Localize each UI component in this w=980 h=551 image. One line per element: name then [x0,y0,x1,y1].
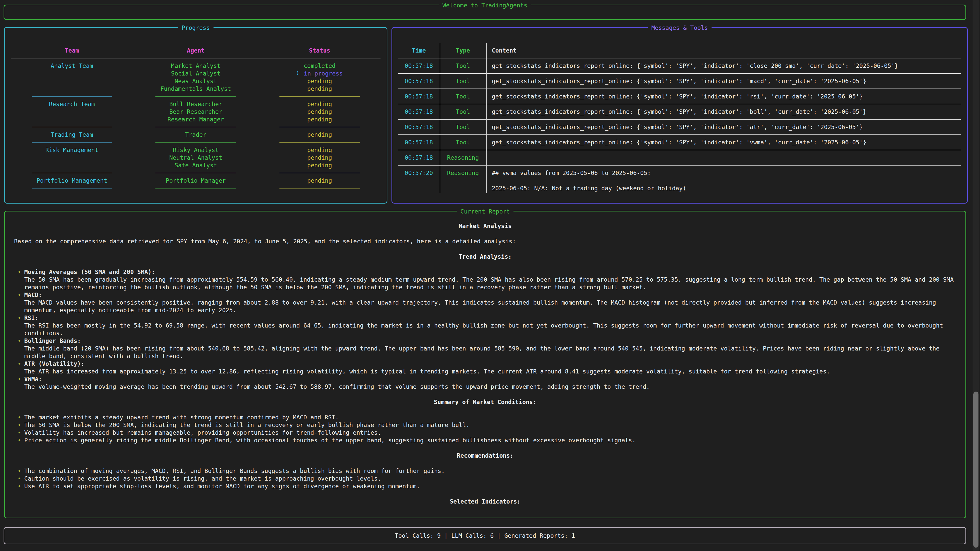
message-content: get_stockstats_indicators_report_online:… [486,123,961,131]
status-text: completed [304,62,336,69]
agent-cell: Bull Researcher [134,100,258,108]
message-time: 00:57:18 [398,138,440,146]
status-cell: pending [258,77,382,85]
bullet-item: •Bollinger Bands:The middle band (20 SMA… [14,337,956,360]
header-separator [398,54,961,62]
agent-cell: Fundamentals Analyst [134,85,258,93]
status-text: pending [307,86,332,92]
bullet-content: Moving Averages (50 SMA and 200 SMA):The… [24,268,956,291]
scrollbar-thumb[interactable] [974,392,978,548]
message-content: get_stockstats_indicators_report_online:… [486,77,961,85]
message-time: 00:57:18 [398,93,440,100]
bullet-marker: • [18,475,24,483]
separator-line [10,123,134,131]
message-row: 00:57:18Toolget_stockstats_indicators_re… [398,77,961,85]
bullet-marker: • [18,467,24,475]
welcome-panel: Welcome to TradingAgents [3,5,966,20]
team-cell [10,154,134,162]
agent-cell: Research Manager [134,116,258,123]
message-time: 00:57:18 [398,123,440,131]
column-header-content: Content [486,47,961,54]
status-cell: pending [258,131,382,138]
row-separator [398,70,961,77]
bullet-content: Price action is generally riding the mid… [24,437,956,444]
team-cell [10,162,134,169]
messages-tools-panel: Messages & Tools Time Type Content 00:57… [391,27,968,203]
status-text: pending [307,116,332,123]
progress-row: Safe Analystpending [10,162,382,169]
progress-row: News Analystpending [10,77,382,85]
progress-row: Portfolio ManagementPortfolio Managerpen… [10,177,382,184]
team-cell [10,70,134,77]
bullet-body: The RSI has been mostly in the 54.92 to … [24,322,956,337]
agent-cell: Risky Analyst [134,146,258,154]
message-content: ## vwma values from 2025-05-06 to 2025-0… [486,169,961,192]
bullet-body: The ATR has increased from approximately… [24,368,956,375]
team-section-separator [10,93,382,100]
message-type: Tool [440,138,486,146]
status-text: pending [307,147,332,153]
separator-line [10,138,134,146]
bullet-item: •Price action is generally riding the mi… [14,437,956,444]
bullet-content: ATR (Volatility):The ATR has increased f… [24,360,956,375]
bullet-content: The market exhibits a steady upward tren… [24,413,956,421]
message-content: get_stockstats_indicators_report_online:… [486,108,961,116]
message-row: 00:57:18Reasoning [398,154,961,162]
message-time: 00:57:20 [398,169,440,192]
column-header-time: Time [398,47,440,54]
agent-cell: Neutral Analyst [134,154,258,162]
team-section-separator [10,184,382,192]
status-text: pending [307,108,332,115]
bullet-title: ATR (Volatility): [24,360,956,368]
agent-cell: Social Analyst [134,70,258,77]
summary-bullet-list: •The market exhibits a steady upward tre… [14,413,956,444]
progress-row: Social Analyst⠇in_progress [10,70,382,77]
progress-row: Research TeamBull Researcherpending [10,100,382,108]
column-header-status: Status [258,47,382,54]
progress-panel-title: Progress [178,24,213,32]
message-time: 00:57:18 [398,108,440,116]
bullet-marker: • [18,268,24,291]
bullet-title: Bollinger Bands: [24,337,956,345]
header-separator [10,54,382,62]
bullet-body: The volume-weighted moving average has b… [24,383,956,391]
progress-row: Bear Researcherpending [10,108,382,116]
bullet-item: •VWMA:The volume-weighted moving average… [14,375,956,391]
bullet-item: •Use ATR to set appropriate stop-loss le… [14,483,956,490]
report-intro: Based on the comprehensive data retrieve… [14,238,956,245]
status-cell: pending [258,177,382,184]
status-text: pending [307,162,332,168]
team-cell: Analyst Team [10,62,134,70]
message-type: Reasoning [440,169,486,192]
bullet-item: •MACD:The MACD values have been consiste… [14,291,956,314]
bullet-content: Bollinger Bands:The middle band (20 SMA)… [24,337,956,360]
column-header-agent: Agent [134,47,258,54]
bullet-title: VWMA: [24,375,956,383]
bullet-marker: • [18,437,24,444]
progress-table-header: Team Agent Status [10,47,382,54]
message-row: 00:57:18Toolget_stockstats_indicators_re… [398,138,961,146]
team-cell: Risk Management [10,146,134,154]
spinner-icon: ⠇ [297,70,301,77]
stats-text: Tool Calls: 9 | LLM Calls: 6 | Generated… [4,528,966,544]
bullet-item: •Caution should be exercised as volatili… [14,475,956,483]
message-time: 00:57:18 [398,62,440,70]
bullet-title: RSI: [24,314,956,322]
team-cell [10,108,134,116]
team-cell: Research Team [10,100,134,108]
current-report-panel: Current Report Market Analysis Based on … [4,211,966,518]
progress-row: Risk ManagementRisky Analystpending [10,146,382,154]
progress-row: Analyst TeamMarket Analystcompleted [10,62,382,70]
status-cell: ⠇in_progress [258,70,382,77]
team-cell [10,85,134,93]
bullet-content: The combination of moving averages, MACD… [24,467,956,475]
message-content: get_stockstats_indicators_report_online:… [486,138,961,146]
status-text: pending [307,131,332,138]
status-text: pending [307,177,332,184]
bullet-content: RSI:The RSI has been mostly in the 54.92… [24,314,956,337]
bullet-content: Volatility has increased but remains man… [24,429,956,437]
progress-panel: Progress Team Agent Status Analyst TeamM… [4,27,387,203]
agent-cell: Trader [134,131,258,138]
recommendations-bullet-list: •The combination of moving averages, MAC… [14,467,956,490]
message-content [486,154,961,162]
